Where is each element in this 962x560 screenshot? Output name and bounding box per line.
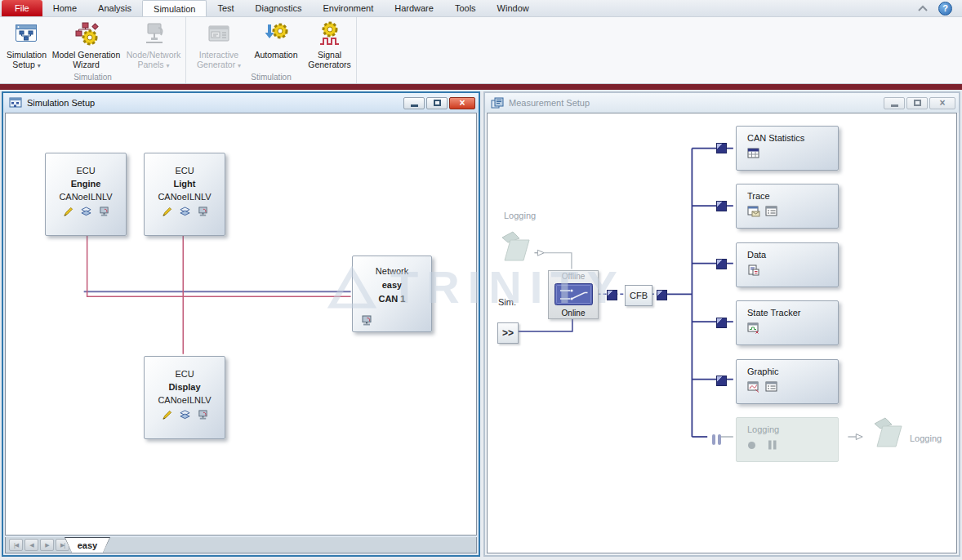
button-label: Automation <box>254 50 297 60</box>
network-name: easy <box>353 280 431 290</box>
edit-pencil-icon[interactable] <box>162 410 172 420</box>
logging-output-folder-icon[interactable] <box>868 414 906 451</box>
button-label: Model Generation <box>52 50 120 60</box>
help-icon[interactable]: ? <box>938 2 952 16</box>
connector-cube <box>607 290 617 300</box>
ribbon-group-stimulation: Interactive Generator ▾ Automation Signa… <box>186 17 357 83</box>
node-network-panels-icon <box>140 21 167 47</box>
tab-hardware[interactable]: Hardware <box>384 0 444 16</box>
network-node-icon[interactable] <box>99 207 109 217</box>
tab-nav-prev-button[interactable]: ◀ <box>24 539 38 551</box>
tab-analysis[interactable]: Analysis <box>87 0 142 16</box>
network-node-icon[interactable] <box>361 315 372 327</box>
network-channel: CAN 1 <box>353 294 431 304</box>
button-label: Signal <box>318 50 341 60</box>
close-icon: × <box>459 98 465 108</box>
interaction-layer-icon[interactable] <box>180 410 190 420</box>
sim-expand-button[interactable]: >> <box>497 322 519 344</box>
simulation-setup-window: Simulation Setup × ECU Engine CANoeILNLV <box>2 91 480 557</box>
graphic-block[interactable]: Graphic <box>736 359 839 404</box>
minimize-button[interactable] <box>403 97 425 109</box>
tab-file[interactable]: File <box>2 0 42 16</box>
measurement-setup-window-icon <box>491 97 504 109</box>
block-label: Logging <box>747 424 838 434</box>
ecu-block-light[interactable]: ECU Light CANoeILNLV <box>144 153 225 236</box>
minimize-button[interactable] <box>884 97 905 109</box>
logging-source-folder-icon[interactable] <box>496 228 533 265</box>
cfb-block[interactable]: CFB <box>625 285 652 306</box>
block-icon-row <box>747 264 838 276</box>
tab-test[interactable]: Test <box>207 0 244 16</box>
disconnected-plug-icon <box>718 434 721 445</box>
measurement-setup-titlebar[interactable]: Measurement Setup × <box>485 93 959 113</box>
measurement-setup-canvas: Logging Offline Online Sim. >> CFB <box>487 113 957 553</box>
mdi-desktop: Simulation Setup × ECU Engine CANoeILNLV <box>0 84 962 560</box>
desktop-accent-line <box>0 84 962 90</box>
automation-button[interactable]: Automation <box>250 20 302 73</box>
interaction-layer-icon[interactable] <box>81 207 91 217</box>
ecu-block-engine[interactable]: ECU Engine CANoeILNLV <box>45 153 127 236</box>
simulation-setup-titlebar[interactable]: Simulation Setup × <box>3 93 479 113</box>
network-block-easy-can1[interactable]: Network easy CAN 1 <box>352 256 432 332</box>
graphic-window-icon <box>747 381 760 393</box>
simulation-setup-button[interactable]: Simulation Setup ▾ <box>3 20 50 73</box>
connector-cube <box>716 376 727 386</box>
button-label: Interactive <box>199 50 238 60</box>
close-icon: × <box>939 98 945 108</box>
ribbon-group-label: Simulation <box>0 73 185 82</box>
trace-block[interactable]: Trace <box>736 184 839 229</box>
dropdown-arrow-icon: ▾ <box>38 62 41 69</box>
model-generation-wizard-icon <box>73 21 100 47</box>
tab-simulation[interactable]: Simulation <box>142 0 207 16</box>
dropdown-arrow-icon: ▾ <box>238 62 241 69</box>
tab-nav-first-button[interactable]: |◀ <box>9 539 23 551</box>
node-network-panels-button: Node/Network Panels ▾ <box>122 20 185 73</box>
ecu-name: Engine <box>46 179 126 189</box>
network-node-icon[interactable] <box>198 410 208 420</box>
button-label: Wizard <box>73 60 100 69</box>
model-generation-wizard-button[interactable]: Model Generation Wizard <box>51 20 121 73</box>
data-block[interactable]: Data <box>736 242 839 287</box>
edit-pencil-icon[interactable] <box>162 207 172 217</box>
record-icon <box>747 441 756 450</box>
block-label: State Tracker <box>747 308 838 318</box>
data-document-icon <box>747 264 759 276</box>
logging-block[interactable]: Logging <box>736 417 839 462</box>
measurement-setup-window: Measurement Setup × <box>483 91 960 557</box>
measurement-wiring <box>488 113 956 553</box>
maximize-button[interactable] <box>906 97 928 109</box>
signal-generators-button[interactable]: Signal Generators <box>304 20 355 73</box>
tab-environment[interactable]: Environment <box>312 0 384 16</box>
button-label: Node/Network <box>127 50 181 60</box>
tab-diagnostics[interactable]: Diagnostics <box>245 0 313 16</box>
maximize-button[interactable] <box>426 97 448 109</box>
collapse-ribbon-icon[interactable] <box>917 5 929 12</box>
edit-pencil-icon[interactable] <box>63 207 73 217</box>
offline-online-switch[interactable]: Offline Online <box>548 270 599 319</box>
tab-nav-next-button[interactable]: ▶ <box>40 539 54 551</box>
sheet-tab-easy[interactable]: easy <box>65 537 110 553</box>
button-label: Generator <box>197 60 235 69</box>
close-button[interactable]: × <box>449 97 475 109</box>
tab-tools[interactable]: Tools <box>444 0 487 16</box>
network-node-icon[interactable] <box>198 207 208 217</box>
disconnected-plug-icon <box>712 434 715 445</box>
ecu-model-lib: CANoeILNLV <box>46 192 126 202</box>
switch-online-label: Online <box>549 309 598 318</box>
network-kind: Network <box>353 266 431 276</box>
interaction-layer-icon[interactable] <box>180 207 190 217</box>
sheet-tab-label: easy <box>65 538 109 553</box>
close-button[interactable]: × <box>929 97 955 109</box>
tab-home[interactable]: Home <box>42 0 87 16</box>
simulation-setup-icon <box>14 21 40 47</box>
tab-window[interactable]: Window <box>487 0 540 16</box>
block-label: Trace <box>747 191 838 201</box>
connector-cube <box>716 143 727 153</box>
ecu-block-display[interactable]: ECU Display CANoeILNLV <box>144 356 225 439</box>
can-statistics-block[interactable]: CAN Statistics <box>736 126 839 171</box>
block-icon-row <box>747 439 838 451</box>
logging-source-label: Logging <box>504 211 536 220</box>
state-tracker-block[interactable]: State Tracker <box>736 300 839 345</box>
button-label: Setup <box>12 60 34 69</box>
connector-cube <box>657 290 667 300</box>
